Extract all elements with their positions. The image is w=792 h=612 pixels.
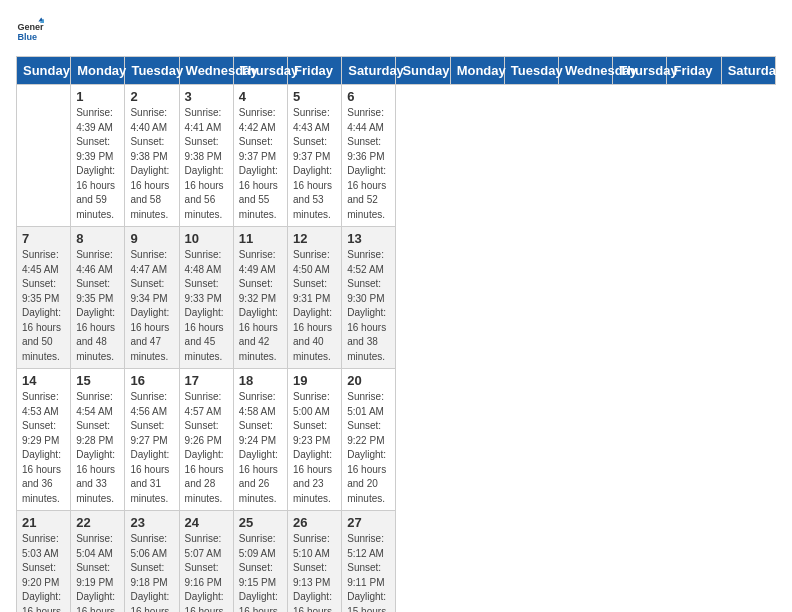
column-header-monday: Monday	[450, 57, 504, 85]
calendar-week-row: 7Sunrise: 4:45 AMSunset: 9:35 PMDaylight…	[17, 227, 776, 369]
day-number: 9	[130, 231, 173, 246]
day-number: 18	[239, 373, 282, 388]
day-number: 7	[22, 231, 65, 246]
column-header-saturday: Saturday	[721, 57, 775, 85]
calendar-week-row: 21Sunrise: 5:03 AMSunset: 9:20 PMDayligh…	[17, 511, 776, 613]
day-number: 11	[239, 231, 282, 246]
column-header-saturday: Saturday	[342, 57, 396, 85]
cell-info: Sunrise: 4:47 AMSunset: 9:34 PMDaylight:…	[130, 248, 173, 364]
day-number: 10	[185, 231, 228, 246]
calendar-cell: 7Sunrise: 4:45 AMSunset: 9:35 PMDaylight…	[17, 227, 71, 369]
column-header-tuesday: Tuesday	[125, 57, 179, 85]
calendar-cell: 9Sunrise: 4:47 AMSunset: 9:34 PMDaylight…	[125, 227, 179, 369]
cell-info: Sunrise: 4:40 AMSunset: 9:38 PMDaylight:…	[130, 106, 173, 222]
cell-info: Sunrise: 5:03 AMSunset: 9:20 PMDaylight:…	[22, 532, 65, 612]
svg-text:Blue: Blue	[17, 32, 37, 42]
calendar-header-row: SundayMondayTuesdayWednesdayThursdayFrid…	[17, 57, 776, 85]
cell-info: Sunrise: 4:42 AMSunset: 9:37 PMDaylight:…	[239, 106, 282, 222]
day-number: 2	[130, 89, 173, 104]
calendar-cell: 12Sunrise: 4:50 AMSunset: 9:31 PMDayligh…	[288, 227, 342, 369]
calendar-cell: 4Sunrise: 4:42 AMSunset: 9:37 PMDaylight…	[233, 85, 287, 227]
cell-info: Sunrise: 5:04 AMSunset: 9:19 PMDaylight:…	[76, 532, 119, 612]
day-number: 13	[347, 231, 390, 246]
cell-info: Sunrise: 4:49 AMSunset: 9:32 PMDaylight:…	[239, 248, 282, 364]
cell-info: Sunrise: 4:46 AMSunset: 9:35 PMDaylight:…	[76, 248, 119, 364]
logo-icon: General Blue	[16, 16, 44, 44]
calendar-cell: 11Sunrise: 4:49 AMSunset: 9:32 PMDayligh…	[233, 227, 287, 369]
calendar-cell: 17Sunrise: 4:57 AMSunset: 9:26 PMDayligh…	[179, 369, 233, 511]
day-number: 12	[293, 231, 336, 246]
cell-info: Sunrise: 4:50 AMSunset: 9:31 PMDaylight:…	[293, 248, 336, 364]
calendar-cell: 2Sunrise: 4:40 AMSunset: 9:38 PMDaylight…	[125, 85, 179, 227]
day-number: 17	[185, 373, 228, 388]
day-number: 26	[293, 515, 336, 530]
day-number: 15	[76, 373, 119, 388]
cell-info: Sunrise: 4:57 AMSunset: 9:26 PMDaylight:…	[185, 390, 228, 506]
day-number: 16	[130, 373, 173, 388]
cell-info: Sunrise: 4:53 AMSunset: 9:29 PMDaylight:…	[22, 390, 65, 506]
cell-info: Sunrise: 4:41 AMSunset: 9:38 PMDaylight:…	[185, 106, 228, 222]
day-number: 27	[347, 515, 390, 530]
logo: General Blue	[16, 16, 48, 44]
calendar-cell: 24Sunrise: 5:07 AMSunset: 9:16 PMDayligh…	[179, 511, 233, 613]
calendar-cell: 23Sunrise: 5:06 AMSunset: 9:18 PMDayligh…	[125, 511, 179, 613]
cell-info: Sunrise: 4:44 AMSunset: 9:36 PMDaylight:…	[347, 106, 390, 222]
calendar-week-row: 1Sunrise: 4:39 AMSunset: 9:39 PMDaylight…	[17, 85, 776, 227]
calendar-cell: 6Sunrise: 4:44 AMSunset: 9:36 PMDaylight…	[342, 85, 396, 227]
calendar-cell: 21Sunrise: 5:03 AMSunset: 9:20 PMDayligh…	[17, 511, 71, 613]
day-number: 1	[76, 89, 119, 104]
day-number: 8	[76, 231, 119, 246]
column-header-sunday: Sunday	[396, 57, 450, 85]
day-number: 14	[22, 373, 65, 388]
cell-info: Sunrise: 5:12 AMSunset: 9:11 PMDaylight:…	[347, 532, 390, 612]
column-header-thursday: Thursday	[613, 57, 667, 85]
day-number: 23	[130, 515, 173, 530]
column-header-thursday: Thursday	[233, 57, 287, 85]
cell-info: Sunrise: 4:39 AMSunset: 9:39 PMDaylight:…	[76, 106, 119, 222]
day-number: 4	[239, 89, 282, 104]
column-header-friday: Friday	[288, 57, 342, 85]
cell-info: Sunrise: 4:48 AMSunset: 9:33 PMDaylight:…	[185, 248, 228, 364]
calendar-week-row: 14Sunrise: 4:53 AMSunset: 9:29 PMDayligh…	[17, 369, 776, 511]
calendar-cell: 27Sunrise: 5:12 AMSunset: 9:11 PMDayligh…	[342, 511, 396, 613]
day-number: 25	[239, 515, 282, 530]
cell-info: Sunrise: 4:45 AMSunset: 9:35 PMDaylight:…	[22, 248, 65, 364]
column-header-wednesday: Wednesday	[179, 57, 233, 85]
day-number: 21	[22, 515, 65, 530]
cell-info: Sunrise: 5:01 AMSunset: 9:22 PMDaylight:…	[347, 390, 390, 506]
calendar-cell: 22Sunrise: 5:04 AMSunset: 9:19 PMDayligh…	[71, 511, 125, 613]
cell-info: Sunrise: 5:09 AMSunset: 9:15 PMDaylight:…	[239, 532, 282, 612]
cell-info: Sunrise: 5:06 AMSunset: 9:18 PMDaylight:…	[130, 532, 173, 612]
page-header: General Blue	[16, 16, 776, 44]
calendar-cell: 16Sunrise: 4:56 AMSunset: 9:27 PMDayligh…	[125, 369, 179, 511]
calendar-cell: 25Sunrise: 5:09 AMSunset: 9:15 PMDayligh…	[233, 511, 287, 613]
cell-info: Sunrise: 5:00 AMSunset: 9:23 PMDaylight:…	[293, 390, 336, 506]
column-header-monday: Monday	[71, 57, 125, 85]
calendar-cell: 1Sunrise: 4:39 AMSunset: 9:39 PMDaylight…	[71, 85, 125, 227]
cell-info: Sunrise: 5:07 AMSunset: 9:16 PMDaylight:…	[185, 532, 228, 612]
column-header-wednesday: Wednesday	[559, 57, 613, 85]
calendar-cell: 20Sunrise: 5:01 AMSunset: 9:22 PMDayligh…	[342, 369, 396, 511]
calendar-cell	[17, 85, 71, 227]
day-number: 19	[293, 373, 336, 388]
column-header-tuesday: Tuesday	[504, 57, 558, 85]
cell-info: Sunrise: 4:54 AMSunset: 9:28 PMDaylight:…	[76, 390, 119, 506]
day-number: 24	[185, 515, 228, 530]
calendar-cell: 18Sunrise: 4:58 AMSunset: 9:24 PMDayligh…	[233, 369, 287, 511]
calendar-cell: 19Sunrise: 5:00 AMSunset: 9:23 PMDayligh…	[288, 369, 342, 511]
cell-info: Sunrise: 4:52 AMSunset: 9:30 PMDaylight:…	[347, 248, 390, 364]
svg-text:General: General	[17, 22, 44, 32]
calendar-cell: 3Sunrise: 4:41 AMSunset: 9:38 PMDaylight…	[179, 85, 233, 227]
day-number: 5	[293, 89, 336, 104]
calendar-cell: 15Sunrise: 4:54 AMSunset: 9:28 PMDayligh…	[71, 369, 125, 511]
calendar-cell: 5Sunrise: 4:43 AMSunset: 9:37 PMDaylight…	[288, 85, 342, 227]
column-header-friday: Friday	[667, 57, 721, 85]
day-number: 6	[347, 89, 390, 104]
calendar-cell: 8Sunrise: 4:46 AMSunset: 9:35 PMDaylight…	[71, 227, 125, 369]
cell-info: Sunrise: 4:56 AMSunset: 9:27 PMDaylight:…	[130, 390, 173, 506]
cell-info: Sunrise: 4:43 AMSunset: 9:37 PMDaylight:…	[293, 106, 336, 222]
calendar-cell: 10Sunrise: 4:48 AMSunset: 9:33 PMDayligh…	[179, 227, 233, 369]
column-header-sunday: Sunday	[17, 57, 71, 85]
cell-info: Sunrise: 5:10 AMSunset: 9:13 PMDaylight:…	[293, 532, 336, 612]
day-number: 3	[185, 89, 228, 104]
